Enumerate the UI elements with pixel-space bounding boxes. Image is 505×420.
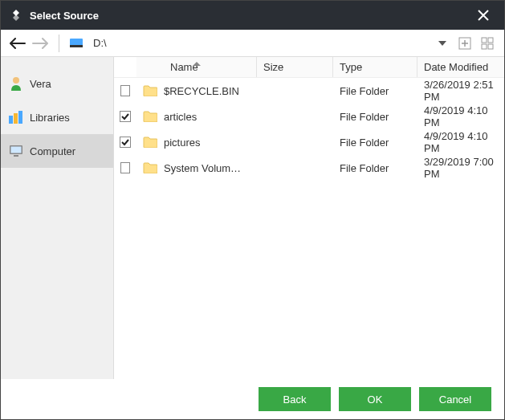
app-logo-icon [9,8,23,22]
svg-rect-13 [14,155,18,157]
file-row-date: 4/9/2019 4:10 PM [417,104,504,128]
view-mode-button[interactable] [480,36,495,51]
location-path[interactable]: D:\ [93,37,430,49]
column-header-checkbox [114,57,136,77]
file-row-name: System Volum… [136,162,257,174]
column-header-label: Date Modified [424,61,488,73]
column-header-date[interactable]: Date Modified [417,57,504,77]
svg-rect-3 [482,38,487,43]
file-name-text: System Volum… [164,162,241,174]
file-row-name: articles [136,111,257,123]
forward-nav-button[interactable] [31,35,49,52]
column-header-label: Type [340,61,362,73]
svg-rect-1 [70,45,83,47]
libraries-icon [9,110,23,124]
column-headers: Name Size Type Date Modified [114,57,504,78]
file-row-checkbox-cell [114,137,136,148]
sidebar-item-vera[interactable]: Vera [1,67,113,100]
file-row-name: pictures [136,137,257,149]
close-button[interactable] [470,2,496,28]
column-header-label: Size [263,61,283,73]
sidebar-item-computer[interactable]: Computer [1,134,113,168]
svg-rect-12 [11,147,22,153]
file-row[interactable]: articlesFile Folder4/9/2019 4:10 PM [114,104,504,129]
svg-point-7 [13,77,19,84]
path-dropdown[interactable] [435,36,450,51]
svg-rect-8 [9,116,13,124]
close-icon [478,10,489,21]
file-name-text: pictures [164,137,201,149]
sort-indicator-icon [193,56,201,68]
svg-rect-9 [14,113,18,124]
file-row-name: $RECYCLE.BIN [136,85,257,97]
check-icon [120,137,130,147]
file-name-text: $RECYCLE.BIN [164,85,239,97]
file-row-checkbox-cell [114,162,136,173]
file-rows: $RECYCLE.BINFile Folder3/26/2019 2:51 PM… [114,78,504,379]
file-row-checkbox-cell [114,85,136,96]
computer-icon [9,144,23,158]
sidebar-item-label: Computer [30,145,75,157]
check-icon [120,112,130,121]
user-icon [9,76,23,91]
file-row-type: File Folder [333,162,417,174]
folder-icon [143,85,157,96]
file-row[interactable]: picturesFile Folder4/9/2019 4:10 PM [114,129,504,155]
column-header-size[interactable]: Size [257,57,333,77]
checkbox[interactable] [120,137,131,148]
arrow-right-icon [32,38,48,49]
file-row[interactable]: $RECYCLE.BINFile Folder3/26/2019 2:51 PM [114,78,504,104]
sidebar: Vera Libraries Computer [1,57,114,379]
sidebar-item-label: Libraries [30,112,70,124]
checkbox[interactable] [120,111,131,122]
back-button[interactable]: Back [259,387,331,411]
svg-rect-4 [488,38,493,43]
column-header-name[interactable]: Name [136,57,257,77]
folder-icon [143,162,157,173]
new-folder-button[interactable] [458,36,472,51]
title-bar: Select Source [1,1,504,30]
file-row-type: File Folder [333,137,417,149]
svg-rect-5 [482,44,487,49]
file-name-text: articles [164,111,197,123]
svg-rect-10 [18,111,22,124]
grid-view-icon [481,37,494,50]
toolbar: D:\ [1,30,504,57]
drive-icon [69,38,83,49]
file-list: Name Size Type Date Modified $RECYCLE.BI… [114,57,504,379]
ok-button[interactable]: OK [339,387,411,411]
folder-icon [143,111,157,122]
checkbox[interactable] [120,162,130,173]
back-nav-button[interactable] [9,35,26,52]
arrow-left-icon [10,38,26,49]
toolbar-separator [59,35,59,52]
file-row-date: 4/9/2019 4:10 PM [417,130,504,154]
file-row-checkbox-cell [114,111,136,122]
file-row[interactable]: System Volum…File Folder3/29/2019 7:00 P… [114,155,504,181]
cancel-button[interactable]: Cancel [419,387,491,411]
file-row-type: File Folder [333,111,417,123]
file-row-type: File Folder [333,85,417,97]
svg-rect-6 [488,44,493,49]
sidebar-item-libraries[interactable]: Libraries [1,100,113,134]
file-row-date: 3/26/2019 2:51 PM [417,79,504,103]
plus-box-icon [458,37,471,50]
folder-icon [143,137,157,148]
window-title: Select Source [30,10,470,22]
checkbox[interactable] [120,85,130,96]
file-row-date: 3/29/2019 7:00 PM [417,156,504,180]
footer: Back OK Cancel [1,379,504,419]
sidebar-item-label: Vera [30,78,51,90]
chevron-down-icon [438,41,446,46]
column-header-type[interactable]: Type [333,57,417,77]
